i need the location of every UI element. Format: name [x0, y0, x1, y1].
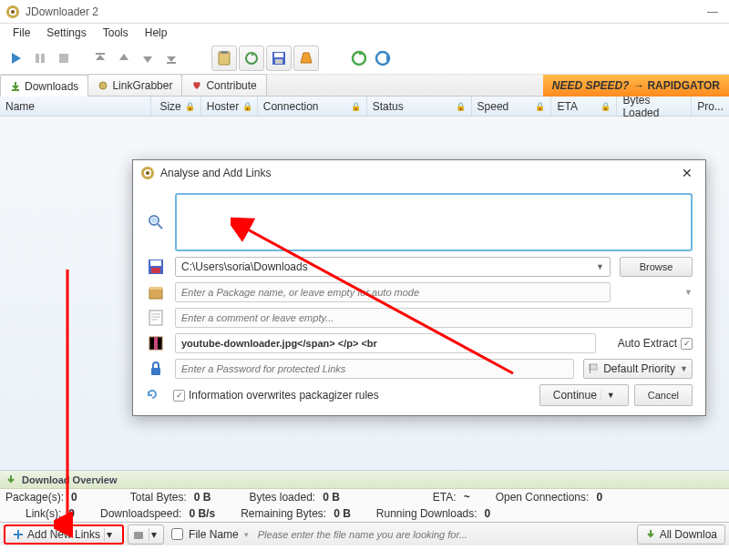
add-new-links-button[interactable]: Add New Links ▾	[4, 524, 124, 545]
svg-rect-7	[167, 62, 176, 64]
banner-text-right: RAPIDGATOR	[647, 79, 720, 92]
menu-settings[interactable]: Settings	[39, 25, 93, 41]
col-connection[interactable]: Connection🔒	[258, 97, 367, 116]
svg-rect-25	[150, 260, 161, 266]
save-button[interactable]	[266, 46, 292, 71]
lock-icon: 🔒	[185, 102, 195, 111]
svg-rect-13	[275, 59, 282, 64]
container-icon	[132, 528, 145, 541]
chevron-down-icon: ▼	[680, 364, 688, 373]
add-links-dialog: Analyse and Add Links ✕ C:\Users\soria\D…	[132, 159, 706, 416]
play-button[interactable]	[5, 46, 27, 71]
speed-banner[interactable]: NEED SPEED? → RAPIDGATOR	[543, 75, 729, 97]
svg-rect-31	[154, 337, 158, 350]
svg-rect-4	[41, 54, 45, 63]
clipboard-button[interactable]	[211, 46, 237, 71]
continue-button[interactable]: Continue ▼	[539, 384, 629, 406]
app-icon	[5, 5, 20, 19]
priority-combo[interactable]: Default Priority ▼	[583, 359, 693, 379]
svg-rect-27	[149, 289, 162, 299]
col-bytesloaded[interactable]: Bytes Loaded	[617, 97, 692, 116]
password-input[interactable]	[175, 359, 574, 379]
update-button[interactable]	[348, 46, 370, 71]
svg-point-23	[151, 218, 157, 223]
col-hoster[interactable]: Hoster🔒	[201, 97, 258, 116]
chevron-down-icon[interactable]: ▾	[244, 530, 249, 539]
heart-icon	[191, 80, 202, 91]
overview-row-2: Link(s):0 Downloadspeed:0 B/s Remaining …	[0, 505, 729, 522]
stop-button[interactable]	[53, 46, 75, 71]
container-button[interactable]: ▾	[128, 524, 164, 545]
move-top-button[interactable]	[89, 46, 111, 71]
premium-button[interactable]	[293, 46, 319, 71]
search-panel: File Name ▾	[168, 525, 633, 544]
chevron-down-icon[interactable]: ▾	[149, 528, 159, 541]
col-speed[interactable]: Speed🔒	[472, 97, 552, 116]
bottom-bar: Add New Links ▾ ▾ File Name ▾ All Downlo…	[0, 522, 729, 545]
svg-point-21	[146, 171, 149, 175]
links-input[interactable]	[175, 193, 693, 251]
savepath-value: C:\Users\soria\Downloads	[181, 260, 308, 273]
col-name[interactable]: Name	[0, 97, 151, 116]
svg-rect-6	[96, 53, 105, 55]
filename-checkbox[interactable]	[171, 528, 183, 540]
comment-input[interactable]	[175, 308, 693, 328]
svg-rect-12	[274, 53, 283, 57]
window-title: JDownloader 2	[26, 5, 702, 18]
svg-point-17	[99, 82, 107, 89]
tabs-bar: Downloads LinkGrabber Contribute NEED SP…	[0, 75, 729, 97]
chevron-down-icon[interactable]: ▾	[104, 528, 115, 541]
move-bottom-button[interactable]	[160, 46, 182, 71]
package-name-input[interactable]	[175, 282, 611, 302]
download-icon	[10, 81, 21, 92]
col-eta[interactable]: ETA🔒	[551, 97, 617, 116]
archive-input[interactable]	[175, 333, 596, 353]
svg-rect-8	[219, 52, 230, 65]
dialog-titlebar: Analyse and Add Links ✕	[133, 160, 705, 186]
col-status[interactable]: Status🔒	[367, 97, 472, 116]
col-size[interactable]: Size🔒	[151, 97, 201, 116]
menu-help[interactable]: Help	[138, 25, 175, 41]
svg-rect-29	[149, 311, 162, 325]
filename-label: File Name	[189, 528, 239, 541]
svg-rect-33	[590, 364, 597, 370]
tab-linkgrabber[interactable]: LinkGrabber	[87, 74, 182, 96]
move-down-button[interactable]	[137, 46, 159, 71]
svg-rect-18	[134, 532, 143, 539]
search-input[interactable]	[254, 525, 630, 544]
menu-tools[interactable]: Tools	[96, 25, 136, 41]
overview-header[interactable]: Download Overview	[0, 471, 729, 489]
overview-title: Download Overview	[22, 474, 118, 485]
svg-point-2	[11, 10, 15, 14]
menu-file[interactable]: File	[5, 25, 37, 41]
close-button[interactable]: ✕	[676, 166, 698, 180]
tab-downloads[interactable]: Downloads	[0, 75, 88, 97]
minimize-button[interactable]: —	[702, 3, 724, 21]
col-progress[interactable]: Pro...	[692, 97, 729, 116]
linkgrabber-icon	[98, 80, 108, 91]
tab-contribute-label: Contribute	[206, 79, 256, 92]
reconnect-button[interactable]	[372, 46, 394, 71]
banner-text-left: NEED SPEED?	[552, 79, 630, 92]
auto-reconnect-button[interactable]	[239, 46, 264, 71]
tab-contribute[interactable]: Contribute	[181, 74, 266, 96]
tab-linkgrabber-label: LinkGrabber	[112, 79, 172, 92]
checkbox-icon: ✓	[681, 338, 693, 350]
svg-rect-5	[59, 54, 68, 63]
overwrite-option[interactable]: ✓ Information overwrites packagizer rule…	[173, 389, 379, 402]
arrow-icon: →	[632, 79, 643, 92]
plus-icon	[13, 529, 24, 540]
flag-icon	[588, 363, 599, 374]
overview-row-1: Package(s):0 Total Bytes:0 B Bytes loade…	[0, 489, 729, 505]
move-up-button[interactable]	[113, 46, 135, 71]
pause-button[interactable]	[29, 46, 51, 71]
svg-rect-32	[151, 368, 160, 375]
auto-extract-option[interactable]: Auto Extract ✓	[605, 337, 693, 350]
cancel-button[interactable]: Cancel	[634, 384, 693, 406]
savepath-combo[interactable]: C:\Users\soria\Downloads ▼	[175, 257, 611, 277]
chevron-down-icon[interactable]: ▼	[620, 288, 693, 297]
all-downloads-button[interactable]: All Downloa	[637, 524, 725, 545]
browse-button[interactable]: Browse	[620, 257, 693, 277]
chevron-down-icon: ▼	[596, 262, 604, 271]
svg-rect-9	[221, 51, 228, 54]
